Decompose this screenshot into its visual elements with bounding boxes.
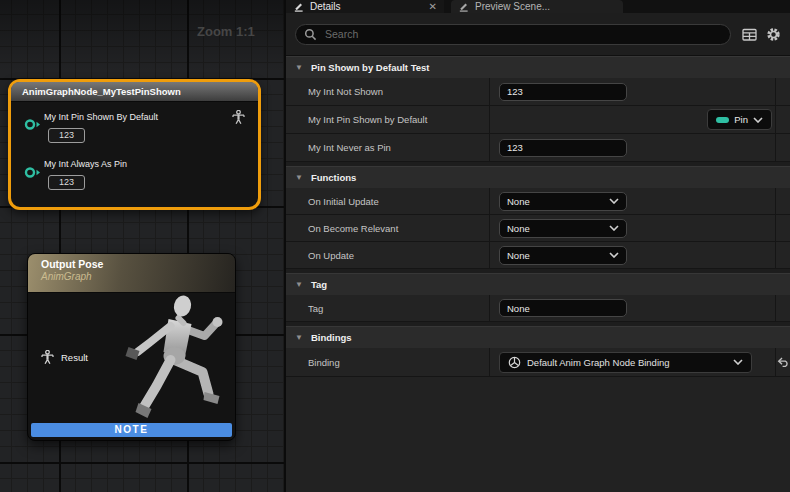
anim-graph-node-selected[interactable]: AnimGraphNode_MyTestPinShown My Int Pin … bbox=[8, 79, 261, 210]
pin-icon[interactable] bbox=[24, 166, 41, 179]
pin-pill-icon bbox=[716, 117, 729, 123]
search-icon bbox=[304, 28, 317, 41]
node-title: Output Pose bbox=[41, 258, 235, 270]
preview-tab-icon bbox=[458, 1, 469, 12]
output-pose-node[interactable]: Output Pose AnimGraph bbox=[27, 253, 236, 441]
pose-person-icon[interactable] bbox=[41, 350, 54, 365]
pin-value-field[interactable]: 123 bbox=[48, 175, 85, 190]
collapse-arrow-icon[interactable]: ▼ bbox=[295, 174, 303, 182]
property-row-my-int-never-as-pin: My Int Never as Pin bbox=[286, 134, 790, 162]
collapse-arrow-icon[interactable]: ▼ bbox=[295, 64, 303, 72]
tag-input[interactable] bbox=[499, 299, 627, 317]
chevron-down-icon bbox=[753, 117, 763, 123]
binding-icon bbox=[508, 356, 521, 369]
on-become-relevant-dropdown[interactable]: None bbox=[499, 219, 627, 238]
on-initial-update-dropdown[interactable]: None bbox=[499, 192, 627, 211]
collapse-arrow-icon[interactable]: ▼ bbox=[295, 334, 303, 342]
details-panel: Details ✕ Preview Scene... bbox=[286, 0, 790, 492]
section-tag[interactable]: ▼ Tag bbox=[286, 273, 790, 295]
collapse-arrow-icon[interactable]: ▼ bbox=[295, 281, 303, 289]
pose-person-icon[interactable] bbox=[232, 110, 245, 125]
chevron-down-icon bbox=[609, 225, 619, 231]
unreal-editor-window: Zoom 1:1 AnimGraphNode_MyTestPinShown My… bbox=[0, 0, 790, 492]
details-tab-icon bbox=[293, 1, 304, 12]
node-title: AnimGraphNode_MyTestPinShown bbox=[22, 86, 181, 97]
node-header[interactable]: Output Pose AnimGraph bbox=[28, 254, 235, 293]
mannequin-figure bbox=[111, 292, 236, 441]
pin-icon[interactable] bbox=[24, 118, 41, 131]
chevron-down-icon bbox=[609, 198, 619, 204]
tab-label: Preview Scene... bbox=[475, 1, 616, 12]
chevron-down-icon bbox=[733, 359, 743, 365]
my-int-never-as-pin-input[interactable] bbox=[499, 139, 627, 157]
property-row-on-become-relevant: On Become Relevant None bbox=[286, 215, 790, 242]
section-pin-shown-by-default-test[interactable]: ▼ Pin Shown by Default Test bbox=[286, 56, 790, 78]
settings-gear-icon[interactable] bbox=[766, 27, 781, 42]
property-row-my-int-pin-shown-by-default: My Int Pin Shown by Default Pin bbox=[286, 106, 790, 134]
node-header[interactable]: AnimGraphNode_MyTestPinShown bbox=[11, 82, 258, 102]
pin-label: My Int Always As Pin bbox=[44, 159, 127, 169]
display-filter-icon[interactable] bbox=[742, 28, 757, 41]
details-toolbar bbox=[286, 13, 790, 56]
reset-to-default-icon[interactable] bbox=[777, 357, 790, 368]
search-input[interactable] bbox=[323, 27, 722, 41]
note-banner[interactable]: NOTE bbox=[31, 423, 232, 437]
result-pin-label[interactable]: Result bbox=[61, 352, 88, 363]
pin-label: My Int Pin Shown By Default bbox=[44, 112, 158, 122]
section-bindings[interactable]: ▼ Bindings bbox=[286, 326, 790, 348]
section-functions[interactable]: ▼ Functions bbox=[286, 166, 790, 188]
close-icon[interactable]: ✕ bbox=[429, 2, 437, 12]
property-row-my-int-not-shown: My Int Not Shown bbox=[286, 78, 790, 106]
tab-preview-scene[interactable]: Preview Scene... bbox=[451, 0, 623, 13]
binding-dropdown[interactable]: Default Anim Graph Node Binding bbox=[499, 352, 752, 373]
node-subtitle: AnimGraph bbox=[41, 271, 235, 282]
pin-value-field[interactable]: 123 bbox=[48, 128, 85, 143]
my-int-not-shown-input[interactable] bbox=[499, 83, 627, 101]
property-row-tag: Tag bbox=[286, 295, 790, 322]
anim-graph-canvas[interactable]: Zoom 1:1 AnimGraphNode_MyTestPinShown My… bbox=[0, 0, 284, 492]
search-box[interactable] bbox=[295, 24, 731, 45]
tab-details[interactable]: Details ✕ bbox=[286, 0, 444, 13]
on-update-dropdown[interactable]: None bbox=[499, 246, 627, 265]
chevron-down-icon bbox=[609, 252, 619, 258]
tab-bar: Details ✕ Preview Scene... bbox=[286, 0, 790, 13]
property-row-binding: Binding Default Anim Graph Node Binding bbox=[286, 348, 790, 377]
property-row-on-initial-update: On Initial Update None bbox=[286, 188, 790, 215]
tab-label: Details bbox=[310, 1, 423, 12]
pin-mode-dropdown[interactable]: Pin bbox=[707, 109, 772, 130]
zoom-level-label: Zoom 1:1 bbox=[197, 24, 255, 39]
property-row-on-update: On Update None bbox=[286, 242, 790, 269]
property-grid: ▼ Pin Shown by Default Test My Int Not S… bbox=[286, 56, 790, 492]
